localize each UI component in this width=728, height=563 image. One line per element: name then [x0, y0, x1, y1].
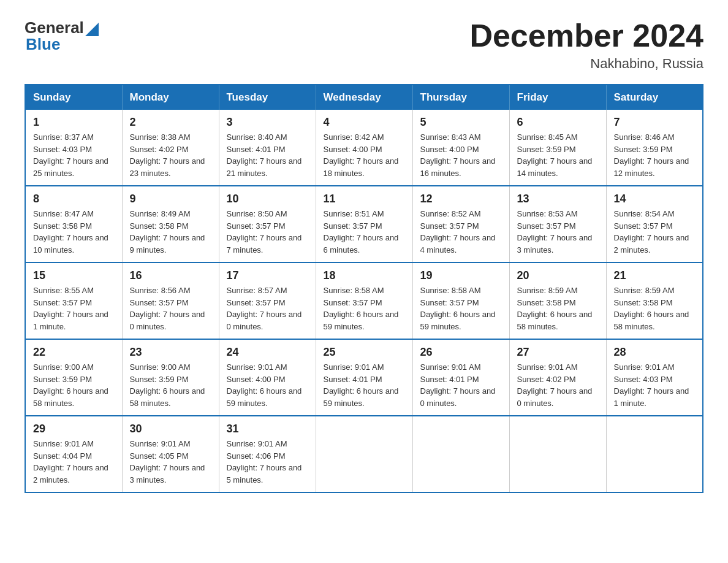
- day-number: 5: [420, 116, 502, 129]
- day-number: 29: [33, 423, 115, 435]
- calendar-cell-w5-d1: 29 Sunrise: 9:01 AMSunset: 4:04 PMDaylig…: [25, 416, 122, 492]
- col-sunday: Sunday: [25, 85, 122, 110]
- calendar-cell-w2-d5: 12 Sunrise: 8:52 AMSunset: 3:57 PMDaylig…: [412, 186, 509, 262]
- day-info: Sunrise: 8:57 AMSunset: 3:57 PMDaylight:…: [227, 286, 302, 331]
- calendar-cell-w5-d4: [316, 416, 412, 492]
- calendar-cell-w4-d3: 24 Sunrise: 9:01 AMSunset: 4:00 PMDaylig…: [219, 339, 316, 416]
- day-number: 4: [324, 116, 405, 129]
- day-number: 22: [33, 346, 115, 359]
- day-info: Sunrise: 8:58 AMSunset: 3:57 PMDaylight:…: [324, 286, 399, 331]
- day-info: Sunrise: 8:37 AMSunset: 4:03 PMDaylight:…: [33, 132, 108, 178]
- day-info: Sunrise: 8:45 AMSunset: 3:59 PMDaylight:…: [517, 132, 593, 178]
- day-info: Sunrise: 8:54 AMSunset: 3:57 PMDaylight:…: [614, 209, 689, 255]
- day-info: Sunrise: 8:52 AMSunset: 3:57 PMDaylight:…: [420, 209, 496, 255]
- day-number: 27: [517, 346, 599, 359]
- logo-triangle-icon: [85, 23, 99, 36]
- week-row-5: 29 Sunrise: 9:01 AMSunset: 4:04 PMDaylig…: [25, 416, 703, 492]
- day-info: Sunrise: 8:59 AMSunset: 3:58 PMDaylight:…: [614, 286, 689, 331]
- day-number: 11: [324, 193, 405, 205]
- calendar-cell-w5-d5: [412, 416, 509, 492]
- calendar-cell-w4-d4: 25 Sunrise: 9:01 AMSunset: 4:01 PMDaylig…: [316, 339, 412, 416]
- calendar-cell-w3-d5: 19 Sunrise: 8:58 AMSunset: 3:57 PMDaylig…: [412, 262, 509, 339]
- col-tuesday: Tuesday: [219, 85, 316, 110]
- day-number: 26: [420, 346, 502, 359]
- day-info: Sunrise: 9:01 AMSunset: 4:01 PMDaylight:…: [420, 362, 496, 408]
- calendar-cell-w1-d5: 5 Sunrise: 8:43 AMSunset: 4:00 PMDayligh…: [412, 110, 509, 186]
- day-info: Sunrise: 8:55 AMSunset: 3:57 PMDaylight:…: [33, 286, 108, 331]
- calendar-cell-w2-d1: 8 Sunrise: 8:47 AMSunset: 3:58 PMDayligh…: [25, 186, 122, 262]
- day-number: 6: [517, 116, 599, 129]
- day-number: 1: [33, 116, 115, 129]
- calendar-cell-w2-d4: 11 Sunrise: 8:51 AMSunset: 3:57 PMDaylig…: [316, 186, 412, 262]
- day-number: 20: [517, 269, 599, 282]
- calendar-cell-w1-d1: 1 Sunrise: 8:37 AMSunset: 4:03 PMDayligh…: [25, 110, 122, 186]
- day-info: Sunrise: 9:00 AMSunset: 3:59 PMDaylight:…: [33, 362, 108, 408]
- day-info: Sunrise: 9:01 AMSunset: 4:03 PMDaylight:…: [614, 362, 689, 408]
- day-info: Sunrise: 8:46 AMSunset: 3:59 PMDaylight:…: [614, 132, 689, 178]
- day-info: Sunrise: 8:53 AMSunset: 3:57 PMDaylight:…: [517, 209, 593, 255]
- calendar-cell-w4-d1: 22 Sunrise: 9:00 AMSunset: 3:59 PMDaylig…: [25, 339, 122, 416]
- day-number: 15: [33, 269, 115, 282]
- day-info: Sunrise: 8:42 AMSunset: 4:00 PMDaylight:…: [324, 132, 399, 178]
- day-info: Sunrise: 9:01 AMSunset: 4:00 PMDaylight:…: [227, 362, 302, 408]
- calendar-table: Sunday Monday Tuesday Wednesday Thursday…: [25, 84, 703, 493]
- day-number: 13: [517, 193, 599, 205]
- day-info: Sunrise: 9:01 AMSunset: 4:04 PMDaylight:…: [33, 439, 108, 484]
- calendar-cell-w3-d6: 20 Sunrise: 8:59 AMSunset: 3:58 PMDaylig…: [509, 262, 606, 339]
- calendar-cell-w2-d3: 10 Sunrise: 8:50 AMSunset: 3:57 PMDaylig…: [219, 186, 316, 262]
- calendar-cell-w4-d7: 28 Sunrise: 9:01 AMSunset: 4:03 PMDaylig…: [606, 339, 703, 416]
- day-info: Sunrise: 8:49 AMSunset: 3:58 PMDaylight:…: [130, 209, 205, 255]
- day-number: 12: [420, 193, 502, 205]
- col-wednesday: Wednesday: [316, 85, 412, 110]
- day-info: Sunrise: 9:00 AMSunset: 3:59 PMDaylight:…: [130, 362, 205, 408]
- day-info: Sunrise: 8:56 AMSunset: 3:57 PMDaylight:…: [130, 286, 205, 331]
- day-info: Sunrise: 8:58 AMSunset: 3:57 PMDaylight:…: [420, 286, 496, 331]
- day-number: 7: [614, 116, 696, 129]
- calendar-cell-w2-d2: 9 Sunrise: 8:49 AMSunset: 3:58 PMDayligh…: [122, 186, 219, 262]
- logo-blue-text: Blue: [26, 35, 60, 53]
- day-info: Sunrise: 8:59 AMSunset: 3:58 PMDaylight:…: [517, 286, 593, 331]
- calendar-cell-w4-d6: 27 Sunrise: 9:01 AMSunset: 4:02 PMDaylig…: [509, 339, 606, 416]
- day-number: 3: [227, 116, 308, 129]
- day-number: 28: [614, 346, 696, 359]
- logo: General Blue: [25, 18, 99, 54]
- calendar-cell-w5-d6: [509, 416, 606, 492]
- day-number: 24: [227, 346, 308, 359]
- day-number: 9: [130, 193, 211, 205]
- calendar-cell-w5-d2: 30 Sunrise: 9:01 AMSunset: 4:05 PMDaylig…: [122, 416, 219, 492]
- day-number: 17: [227, 269, 308, 282]
- day-number: 18: [324, 269, 405, 282]
- day-number: 23: [130, 346, 211, 359]
- day-number: 2: [130, 116, 211, 129]
- svg-marker-0: [85, 23, 99, 36]
- week-row-3: 15 Sunrise: 8:55 AMSunset: 3:57 PMDaylig…: [25, 262, 703, 339]
- calendar-cell-w4-d2: 23 Sunrise: 9:00 AMSunset: 3:59 PMDaylig…: [122, 339, 219, 416]
- col-friday: Friday: [509, 85, 606, 110]
- calendar-cell-w3-d3: 17 Sunrise: 8:57 AMSunset: 3:57 PMDaylig…: [219, 262, 316, 339]
- day-number: 30: [130, 423, 211, 435]
- day-number: 25: [324, 346, 405, 359]
- week-row-4: 22 Sunrise: 9:00 AMSunset: 3:59 PMDaylig…: [25, 339, 703, 416]
- day-info: Sunrise: 9:01 AMSunset: 4:02 PMDaylight:…: [517, 362, 593, 408]
- day-number: 31: [227, 423, 308, 435]
- week-row-1: 1 Sunrise: 8:37 AMSunset: 4:03 PMDayligh…: [25, 110, 703, 186]
- calendar-title-block: December 2024 Nakhabino, Russia: [469, 18, 703, 72]
- day-info: Sunrise: 9:01 AMSunset: 4:06 PMDaylight:…: [227, 439, 302, 484]
- calendar-cell-w4-d5: 26 Sunrise: 9:01 AMSunset: 4:01 PMDaylig…: [412, 339, 509, 416]
- calendar-cell-w3-d1: 15 Sunrise: 8:55 AMSunset: 3:57 PMDaylig…: [25, 262, 122, 339]
- day-info: Sunrise: 8:40 AMSunset: 4:01 PMDaylight:…: [227, 132, 302, 178]
- day-info: Sunrise: 9:01 AMSunset: 4:05 PMDaylight:…: [130, 439, 205, 484]
- col-monday: Monday: [122, 85, 219, 110]
- day-number: 16: [130, 269, 211, 282]
- day-number: 14: [614, 193, 696, 205]
- day-info: Sunrise: 8:38 AMSunset: 4:02 PMDaylight:…: [130, 132, 205, 178]
- calendar-cell-w1-d6: 6 Sunrise: 8:45 AMSunset: 3:59 PMDayligh…: [509, 110, 606, 186]
- day-info: Sunrise: 8:51 AMSunset: 3:57 PMDaylight:…: [324, 209, 399, 255]
- calendar-cell-w5-d3: 31 Sunrise: 9:01 AMSunset: 4:06 PMDaylig…: [219, 416, 316, 492]
- day-info: Sunrise: 8:43 AMSunset: 4:00 PMDaylight:…: [420, 132, 496, 178]
- day-number: 19: [420, 269, 502, 282]
- calendar-header-row: Sunday Monday Tuesday Wednesday Thursday…: [25, 85, 703, 110]
- day-number: 10: [227, 193, 308, 205]
- calendar-title: December 2024: [469, 18, 703, 53]
- week-row-2: 8 Sunrise: 8:47 AMSunset: 3:58 PMDayligh…: [25, 186, 703, 262]
